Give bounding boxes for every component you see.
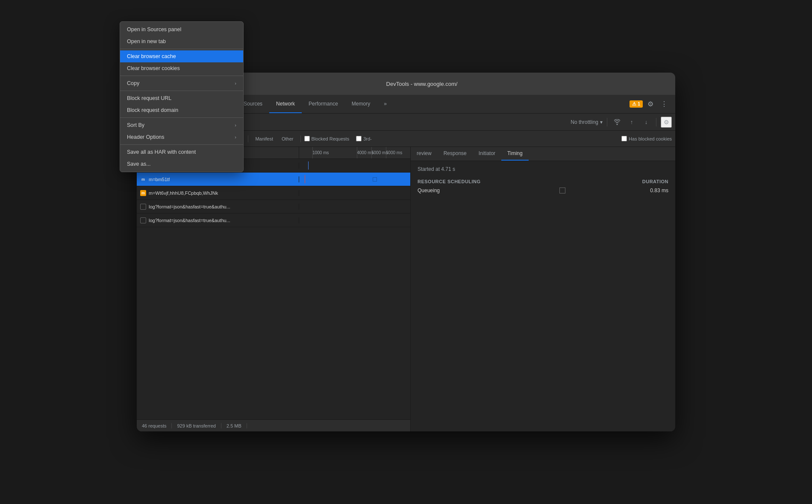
menu-separator-4: [137, 117, 243, 118]
menu-item-save-as[interactable]: Save as...: [137, 158, 243, 170]
req-timeline-2: [299, 173, 410, 186]
menu-item-header-options[interactable]: Header Options ›: [137, 131, 243, 143]
menu-label-block-domain: Block request domain: [137, 107, 178, 113]
status-bar: 46 requests 929 kB transferred 2.5 MB: [137, 419, 410, 431]
left-panel: Name 1000 ms 4000 ms 5000 ms 6000 ms: [137, 147, 410, 431]
third-party-text: 3rd-: [363, 136, 372, 141]
settings-icon[interactable]: ⚙: [644, 98, 656, 110]
menu-label-header-options: Header Options: [137, 134, 165, 140]
blocked-requests-text: Blocked Requests: [312, 136, 350, 141]
req-name-col-3: m m=Wt6vjf,hhhU8,FCpbqb,WhJNk: [137, 190, 299, 196]
nav-right: ⚠ 1 ⚙ ⋮: [624, 98, 675, 110]
req-name-3: m=Wt6vjf,hhhU8,FCpbqb,WhJNk: [149, 190, 218, 196]
throttle-select[interactable]: No throttling ▾: [571, 119, 603, 125]
panel-content: Started at 4.71 s Resource Scheduling DU…: [411, 161, 675, 431]
filter-chip-manifest[interactable]: Manifest: [252, 135, 277, 142]
req-name-5: log?format=json&hasfast=true&authu...: [149, 218, 230, 223]
devtools-body: Elements Console Sources Network Perform…: [137, 95, 675, 431]
timeline-marker-5000: 5000 ms: [371, 150, 388, 155]
tab-initiator[interactable]: Initiator: [473, 147, 501, 161]
request-list: K KFOmChqEU92FrTMu4mx... m m=bm51tf: [137, 159, 410, 419]
status-size: 2.5 MB: [221, 423, 247, 428]
req-icon-4: [140, 204, 146, 210]
menu-item-block-url[interactable]: Block request URL: [137, 95, 243, 104]
devtools-window: DevTools - www.google.com/ Elements Cons…: [137, 73, 675, 431]
sort-by-arrow-icon: ›: [235, 123, 236, 128]
has-blocked-cookies-area: Has blocked cookies: [621, 136, 672, 141]
context-menu: Open in Sources panel Open in new tab Cl…: [137, 95, 244, 172]
header-options-arrow-icon: ›: [235, 135, 236, 140]
status-transferred: 929 kB transferred: [172, 423, 221, 428]
menu-label-block-url: Block request URL: [137, 95, 171, 101]
has-blocked-cookies-label[interactable]: Has blocked cookies: [621, 136, 672, 141]
tab-memory[interactable]: Memory: [345, 95, 377, 113]
duration-label: DURATION: [642, 179, 668, 184]
req-name-2: m=bm51tf: [149, 177, 170, 182]
queueing-row: Queueing 0.83 ms: [418, 188, 668, 193]
queueing-bar-area: [486, 188, 638, 193]
table-row[interactable]: log?format=json&hasfast=true&authu...: [137, 200, 410, 214]
tab-more[interactable]: »: [377, 95, 394, 113]
upload-icon[interactable]: ↑: [626, 117, 637, 128]
queueing-bar: [559, 188, 565, 193]
window-title: DevTools - www.google.com/: [175, 81, 668, 87]
filter-separator: [248, 135, 248, 142]
queueing-label: Queueing: [418, 188, 486, 193]
warning-badge[interactable]: ⚠ 1: [630, 100, 643, 108]
timeline-track: 1000 ms 4000 ms 5000 ms 6000 ms: [299, 147, 410, 158]
third-party-label[interactable]: 3rd-: [356, 136, 372, 141]
req-icon-5: [140, 217, 146, 223]
started-at: Started at 4.71 s: [418, 166, 668, 172]
table-row[interactable]: log?format=json&hasfast=true&authu...: [137, 214, 410, 227]
table-row[interactable]: m m=Wt6vjf,hhhU8,FCpbqb,WhJNk: [137, 186, 410, 200]
menu-separator-5: [137, 144, 243, 145]
queueing-duration: 0.83 ms: [638, 188, 668, 193]
req-icon-3: m: [140, 190, 146, 196]
tab-performance[interactable]: Performance: [302, 95, 345, 113]
timeline-marker-1000: 1000 ms: [312, 150, 329, 155]
resource-scheduling-label: Resource Scheduling: [418, 179, 481, 184]
req-timeline-3: [299, 186, 410, 199]
req-name-col-4: log?format=json&hasfast=true&authu...: [137, 204, 299, 210]
wifi-icon[interactable]: [612, 117, 623, 128]
download-icon[interactable]: ↓: [641, 117, 652, 128]
menu-label-save-har: Save all as HAR with content: [137, 149, 196, 155]
req-name-4: log?format=json&hasfast=true&authu...: [149, 204, 230, 209]
right-panel: review Response Initiator Timing Started…: [410, 147, 675, 431]
tab-preview[interactable]: review: [411, 147, 438, 161]
menu-label-save-as: Save as...: [137, 161, 151, 167]
throttle-label: No throttling: [571, 119, 598, 125]
menu-item-block-domain[interactable]: Block request domain: [137, 104, 243, 116]
req-timeline-4: [299, 200, 410, 213]
panel-tabs: review Response Initiator Timing: [411, 147, 675, 161]
resource-scheduling-header: Resource Scheduling DURATION: [418, 179, 668, 184]
table-row[interactable]: m m=bm51tf: [137, 173, 410, 186]
has-blocked-cookies-text: Has blocked cookies: [629, 136, 672, 141]
network-settings-icon[interactable]: ⚙: [661, 117, 672, 128]
req-timeline-5: [299, 214, 410, 227]
menu-item-save-har[interactable]: Save all as HAR with content: [137, 146, 243, 158]
tab-timing[interactable]: Timing: [501, 147, 529, 161]
menu-label-sort-by: Sort By: [137, 122, 144, 128]
status-requests: 46 requests: [142, 423, 172, 428]
blocked-requests-checkbox[interactable]: [304, 136, 310, 141]
toolbar-divider-4: [656, 118, 656, 126]
third-party-checkbox[interactable]: [356, 136, 362, 141]
timeline-marker-4000: 4000 ms: [357, 150, 373, 155]
filter-separator-2: [300, 135, 301, 142]
filter-chip-other[interactable]: Other: [278, 135, 297, 142]
more-options-icon[interactable]: ⋮: [658, 98, 670, 110]
toolbar-divider-3: [607, 118, 607, 126]
has-blocked-cookies-checkbox[interactable]: [621, 136, 627, 141]
req-name-col-5: log?format=json&hasfast=true&authu...: [137, 217, 299, 223]
blocked-requests-label[interactable]: Blocked Requests: [304, 136, 350, 141]
menu-item-sort-by[interactable]: Sort By ›: [137, 119, 243, 131]
req-name-col-2: m m=bm51tf: [137, 176, 299, 182]
tab-network[interactable]: Network: [269, 95, 302, 113]
throttle-arrow-icon: ▾: [600, 119, 603, 125]
content-row: Name 1000 ms 4000 ms 5000 ms 6000 ms: [137, 147, 675, 431]
req-timeline-1: [299, 159, 410, 172]
req-icon-2: m: [140, 176, 146, 182]
tab-response[interactable]: Response: [438, 147, 473, 161]
timeline-marker-6000: 6000 ms: [386, 150, 402, 155]
